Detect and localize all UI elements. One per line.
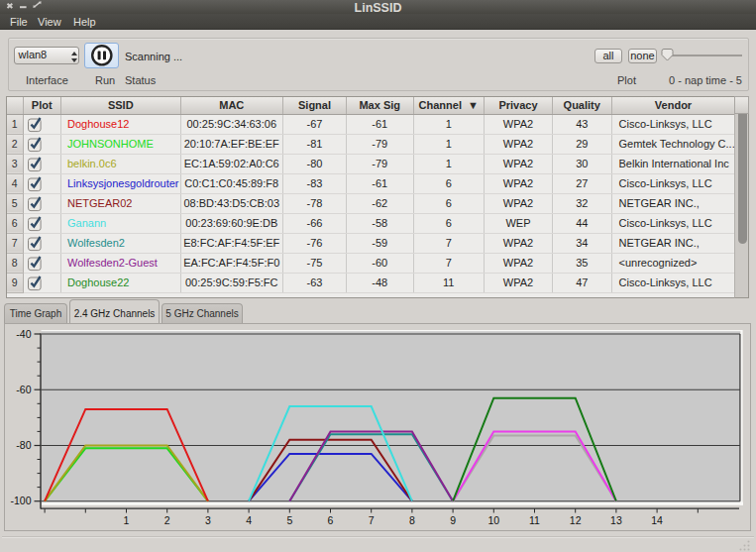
svg-text:2: 2 [164, 514, 170, 526]
svg-text:4: 4 [246, 514, 252, 526]
svg-text:1: 1 [124, 514, 130, 526]
svg-text:-100: -100 [10, 495, 31, 506]
svg-text:7: 7 [369, 514, 375, 526]
svg-text:8: 8 [409, 514, 415, 526]
svg-text:9: 9 [450, 514, 456, 526]
svg-text:10: 10 [487, 514, 499, 526]
svg-text:6: 6 [328, 514, 334, 526]
svg-text:11: 11 [529, 514, 540, 526]
svg-text:-80: -80 [16, 439, 31, 451]
svg-text:13: 13 [610, 514, 622, 526]
svg-text:12: 12 [570, 514, 582, 526]
svg-text:-40: -40 [16, 328, 31, 340]
svg-text:3: 3 [205, 514, 211, 526]
svg-text:5: 5 [286, 514, 292, 526]
svg-text:14: 14 [651, 514, 663, 526]
svg-text:-60: -60 [16, 384, 31, 395]
